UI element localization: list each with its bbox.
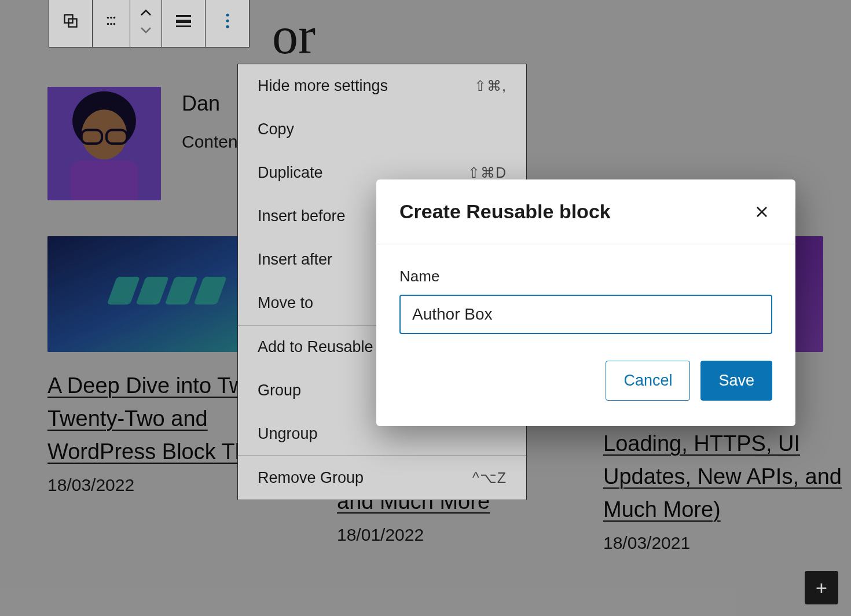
close-icon (755, 206, 768, 218)
modal-header: Create Reusable block (376, 179, 795, 244)
modal-footer: Cancel Save (376, 340, 795, 426)
name-input[interactable] (399, 295, 772, 334)
create-reusable-block-modal: Create Reusable block Name Cancel Save (376, 179, 795, 426)
save-button[interactable]: Save (700, 361, 772, 401)
modal-close-button[interactable] (751, 201, 772, 222)
cancel-button[interactable]: Cancel (606, 361, 690, 401)
name-field-label: Name (399, 267, 772, 285)
modal-title: Create Reusable block (399, 200, 611, 223)
modal-body: Name (376, 244, 795, 340)
